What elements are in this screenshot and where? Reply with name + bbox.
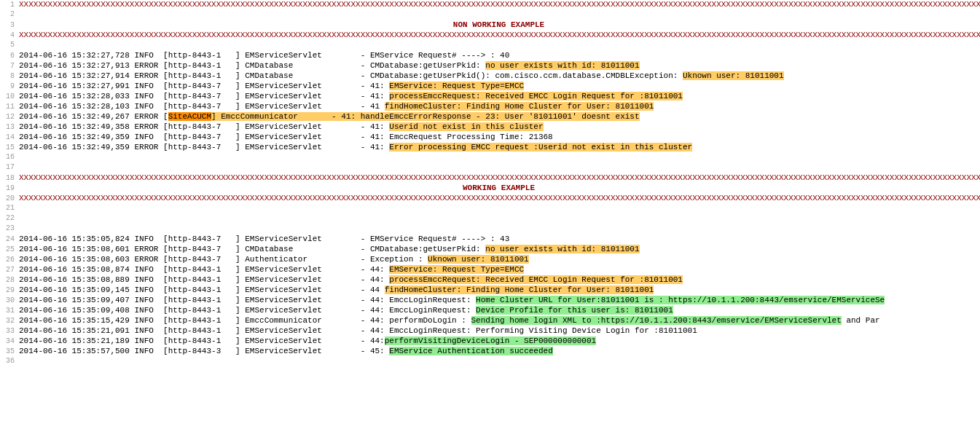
log-line-content: 2014-06-16 15:32:49,267 ERROR [SiteACUCM… xyxy=(19,112,640,121)
line-10: 102014-06-16 15:32:28,033 INFO [http-844… xyxy=(0,92,980,102)
log-part: 2014-06-16 15:35:08,603 ERROR [http-8443… xyxy=(19,255,428,264)
main-container: 1XXXXXXXXXXXXXXXXXXXXXXXXXXXXXXXXXXXXXXX… xyxy=(0,0,980,445)
line-14: 142014-06-16 15:32:49,359 INFO [http-844… xyxy=(0,133,980,143)
section-title: NON WORKING EXAMPLE xyxy=(19,20,979,29)
log-part: Home Cluster URL for User:81011001 is : … xyxy=(476,296,885,304)
line-number: 2 xyxy=(1,10,15,18)
line-28: 282014-06-16 15:35:08,889 INFO [http-844… xyxy=(0,275,980,285)
log-line-content: 2014-06-16 15:35:09,408 INFO [http-8443-… xyxy=(19,306,673,315)
log-part: no user exists with id: 81011001 xyxy=(485,61,639,70)
log-line-content: 2014-06-16 15:35:08,601 ERROR [http-8443… xyxy=(19,245,640,253)
line-number: 19 xyxy=(1,184,15,192)
log-part: 2014-06-16 15:32:27,914 ERROR [http-8443… xyxy=(19,71,683,80)
line-26: 262014-06-16 15:35:08,603 ERROR [http-84… xyxy=(0,255,980,265)
log-part: Uknown user: 81011001 xyxy=(428,255,529,264)
line-number: 9 xyxy=(1,82,15,90)
line-number: 23 xyxy=(1,224,15,232)
line-20: 20XXXXXXXXXXXXXXXXXXXXXXXXXXXXXXXXXXXXXX… xyxy=(0,194,980,204)
line-number: 31 xyxy=(1,307,15,315)
line-number: 20 xyxy=(1,194,15,202)
line-number: 22 xyxy=(1,214,15,222)
line-9: 92014-06-16 15:32:27,991 INFO [http-8443… xyxy=(0,82,980,92)
line-31: 312014-06-16 15:35:09,408 INFO [http-844… xyxy=(0,306,980,316)
log-line-content: 2014-06-16 15:32:27,913 ERROR [http-8443… xyxy=(19,61,640,70)
line-number: 4 xyxy=(1,31,15,39)
divider-content: XXXXXXXXXXXXXXXXXXXXXXXXXXXXXXXXXXXXXXXX… xyxy=(19,173,980,182)
log-part: SiteACUCM xyxy=(168,112,211,121)
line-number: 35 xyxy=(1,347,15,355)
log-line-content: 2014-06-16 15:32:49,358 ERROR [http-8443… xyxy=(19,122,544,131)
line-number: 27 xyxy=(1,266,15,274)
line-number: 25 xyxy=(1,245,15,253)
section-title: WORKING EXAMPLE xyxy=(19,184,979,192)
line-35: 352014-06-16 15:35:57,500 INFO [http-844… xyxy=(0,347,980,357)
divider-content: XXXXXXXXXXXXXXXXXXXXXXXXXXXXXXXXXXXXXXXX… xyxy=(19,31,980,39)
log-part: findHomeCluster: Finding Home Cluster fo… xyxy=(385,285,654,294)
log-part: 2014-06-16 15:32:49,358 ERROR [http-8443… xyxy=(19,122,389,131)
log-line-content: 2014-06-16 15:35:15,429 INFO [http-8443-… xyxy=(19,316,880,325)
log-line-content: 2014-06-16 15:35:09,145 INFO [http-8443-… xyxy=(19,285,654,294)
log-part: Error processing EMCC request :Userid no… xyxy=(389,143,692,151)
log-line-content: 2014-06-16 15:35:08,603 ERROR [http-8443… xyxy=(19,255,529,264)
line-11: 112014-06-16 15:32:28,103 INFO [http-844… xyxy=(0,102,980,112)
log-line-content: 2014-06-16 15:32:28,103 INFO [http-8443-… xyxy=(19,102,654,111)
line-number: 36 xyxy=(1,357,15,365)
line-12: 122014-06-16 15:32:49,267 ERROR [SiteACU… xyxy=(0,112,980,122)
log-part: Uknown user: 81011001 xyxy=(683,71,784,80)
line-18: 18XXXXXXXXXXXXXXXXXXXXXXXXXXXXXXXXXXXXXX… xyxy=(0,173,980,184)
log-part: 2014-06-16 15:35:15,429 INFO [http-8443-… xyxy=(19,316,471,325)
log-part: 2014-06-16 15:35:09,145 INFO [http-8443-… xyxy=(19,285,385,294)
line-15: 152014-06-16 15:32:49,359 ERROR [http-84… xyxy=(0,143,980,153)
line-3: 3NON WORKING EXAMPLE xyxy=(0,20,980,31)
log-part: Device Profile for this user is: 8101100… xyxy=(476,306,673,315)
log-part: 2014-06-16 15:32:28,033 INFO [http-8443-… xyxy=(19,92,389,101)
log-line-content: 2014-06-16 15:35:05,824 INFO [http-8443-… xyxy=(19,235,509,243)
log-part: 2014-06-16 15:32:27,728 INFO [http-8443-… xyxy=(19,51,509,60)
line-29: 292014-06-16 15:35:09,145 INFO [http-844… xyxy=(0,285,980,296)
log-part: 2014-06-16 15:35:21,189 INFO [http-8443-… xyxy=(19,336,385,345)
line-number: 17 xyxy=(1,163,15,171)
line-16: 16 xyxy=(0,153,980,163)
log-part: performVisitingDeviceLogin - SEP00000000… xyxy=(385,336,596,345)
log-line-content: 2014-06-16 15:35:21,091 INFO [http-8443-… xyxy=(19,326,697,335)
log-part: processEmccRequest: Received EMCC Login … xyxy=(389,92,683,101)
line-34: 342014-06-16 15:35:21,189 INFO [http-844… xyxy=(0,336,980,347)
log-part: 2014-06-16 15:32:27,991 INFO [http-8443-… xyxy=(19,82,389,90)
log-part: 2014-06-16 15:35:09,407 INFO [http-8443-… xyxy=(19,296,476,304)
line-7: 72014-06-16 15:32:27,913 ERROR [http-844… xyxy=(0,61,980,71)
log-part: Userid not exist in this cluster xyxy=(389,122,543,131)
line-2: 2 xyxy=(0,10,980,20)
log-part: Sending home login XML to :https://10.1.… xyxy=(471,316,842,325)
line-number: 6 xyxy=(1,52,15,60)
line-32: 322014-06-16 15:35:15,429 INFO [http-844… xyxy=(0,316,980,326)
log-line-content: 2014-06-16 15:35:08,874 INFO [http-8443-… xyxy=(19,265,524,274)
line-19: 19WORKING EXAMPLE xyxy=(0,184,980,194)
log-part: 2014-06-16 15:35:09,408 INFO [http-8443-… xyxy=(19,306,476,315)
log-part: and Par xyxy=(842,316,880,325)
log-part: 2014-06-16 15:35:08,601 ERROR [http-8443… xyxy=(19,245,485,253)
log-line-content: 2014-06-16 15:35:09,407 INFO [http-8443-… xyxy=(19,296,885,304)
line-4: 4XXXXXXXXXXXXXXXXXXXXXXXXXXXXXXXXXXXXXXX… xyxy=(0,31,980,41)
line-30: 302014-06-16 15:35:09,407 INFO [http-844… xyxy=(0,296,980,306)
line-33: 332014-06-16 15:35:21,091 INFO [http-844… xyxy=(0,326,980,336)
line-number: 3 xyxy=(1,21,15,29)
log-line-content: 2014-06-16 15:35:21,189 INFO [http-8443-… xyxy=(19,336,596,345)
line-number: 12 xyxy=(1,113,15,121)
line-13: 132014-06-16 15:32:49,358 ERROR [http-84… xyxy=(0,122,980,133)
log-line-content: 2014-06-16 15:32:28,033 INFO [http-8443-… xyxy=(19,92,683,101)
log-part: 2014-06-16 15:35:05,824 INFO [http-8443-… xyxy=(19,235,509,243)
line-8: 82014-06-16 15:32:27,914 ERROR [http-844… xyxy=(0,71,980,82)
log-part: EMService Authentication succeeded xyxy=(389,347,552,355)
log-part: 2014-06-16 15:32:28,103 INFO [http-8443-… xyxy=(19,102,385,111)
log-line-content: 2014-06-16 15:32:27,728 INFO [http-8443-… xyxy=(19,51,509,60)
line-number: 26 xyxy=(1,256,15,264)
line-5: 5 xyxy=(0,41,980,51)
log-part: 2014-06-16 15:35:57,500 INFO [http-8443-… xyxy=(19,347,389,355)
log-line-content: 2014-06-16 15:35:08,889 INFO [http-8443-… xyxy=(19,275,683,284)
line-number: 21 xyxy=(1,204,15,212)
log-part: processEmccRequest: Received EMCC Login … xyxy=(389,275,683,284)
log-part: 2014-06-16 15:32:49,359 ERROR [http-8443… xyxy=(19,143,389,151)
log-line-content: 2014-06-16 15:32:49,359 ERROR [http-8443… xyxy=(19,143,692,151)
line-number: 1 xyxy=(1,1,15,9)
log-part: 2014-06-16 15:35:08,889 INFO [http-8443-… xyxy=(19,275,389,284)
